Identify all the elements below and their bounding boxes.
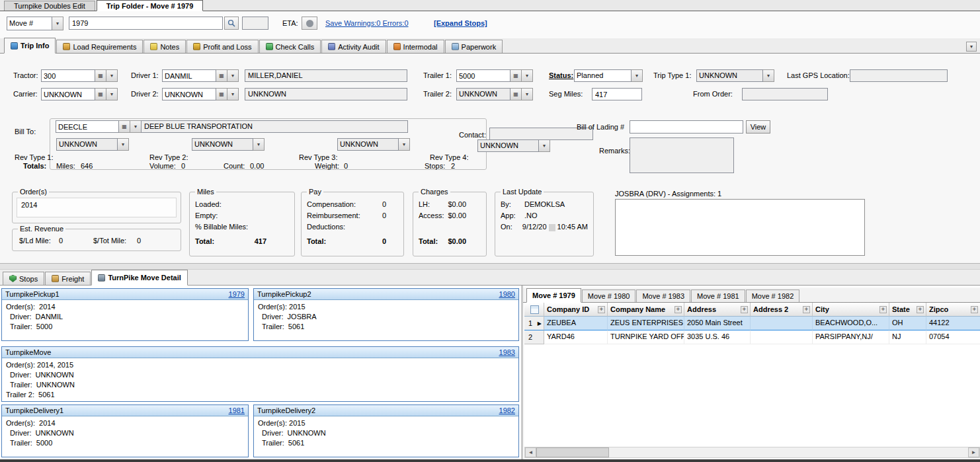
column-header-state[interactable]: State+ xyxy=(889,303,926,317)
rev-type4-combo[interactable]: UNKNOWN▾ xyxy=(477,139,550,152)
assignments-box[interactable] xyxy=(615,199,865,256)
trailer2-label: Trailer 2: xyxy=(423,90,452,98)
tab-profit-and-loss[interactable]: Profit and Loss xyxy=(186,40,258,53)
chevron-down-icon[interactable]: ▾ xyxy=(522,88,533,100)
orders-field[interactable]: 2014 xyxy=(17,198,177,217)
trailer1-input[interactable] xyxy=(456,69,510,82)
save-warnings-link[interactable]: Save Warnings:0 Errors:0 xyxy=(325,19,409,27)
reimbursement-label: Reimbursement: xyxy=(307,212,360,219)
move-link[interactable]: 1981 xyxy=(229,406,245,414)
eta-status-button[interactable] xyxy=(302,17,317,30)
scroll-right-icon[interactable]: ► xyxy=(968,447,979,457)
card-line: Trailer 2: 5061 xyxy=(6,390,514,400)
move-tab-1983[interactable]: Move # 1983 xyxy=(636,289,690,302)
tab-check-calls[interactable]: Check Calls xyxy=(259,40,321,53)
column-label: Address xyxy=(687,305,716,313)
tab-notes[interactable]: Notes xyxy=(143,40,186,53)
lookup-icon[interactable]: ▦ xyxy=(510,88,522,100)
move-link[interactable]: 1983 xyxy=(499,348,515,356)
column-header-city[interactable]: City+ xyxy=(813,303,889,317)
chevron-down-icon[interactable]: ▾ xyxy=(130,120,142,133)
table-row[interactable]: 2 YARD46 TURNPIKE YARD OFF... 3035 U.S. … xyxy=(524,330,980,344)
tab-overflow-button[interactable]: ▾ xyxy=(966,42,977,52)
move-tab-1980[interactable]: Move # 1980 xyxy=(582,289,636,302)
card-turnpike-move: TurnpikeMove1983 Order(s): 2014, 2015 Dr… xyxy=(1,346,519,402)
tab-paperwork[interactable]: Paperwork xyxy=(445,40,503,53)
scrollbar-thumb[interactable] xyxy=(536,447,609,457)
driver1-input[interactable] xyxy=(162,69,216,82)
column-pin-icon[interactable]: + xyxy=(971,306,978,313)
column-pin-icon[interactable]: + xyxy=(598,306,605,313)
chevron-down-icon[interactable]: ▾ xyxy=(106,69,118,82)
chevron-down-icon[interactable]: ▾ xyxy=(52,17,63,30)
lookup-icon[interactable]: ▦ xyxy=(216,69,227,82)
tab-freight[interactable]: Freight xyxy=(45,272,91,285)
move-link[interactable]: 1982 xyxy=(499,406,515,414)
column-header-zipcode[interactable]: Zipco+ xyxy=(926,303,980,317)
row-number: 1 xyxy=(528,319,532,327)
trip-folder-tab-bar: Trip Info Load Requirements Notes Profit… xyxy=(0,38,980,54)
chevron-down-icon[interactable]: ▾ xyxy=(227,88,239,100)
bill-to-input[interactable] xyxy=(56,120,119,133)
column-header-address2[interactable]: Address 2+ xyxy=(751,303,813,317)
lookup-icon[interactable]: ▦ xyxy=(95,88,106,100)
rev-type1-combo[interactable]: UNKNOWN▾ xyxy=(56,138,129,151)
move-tab-1979[interactable]: Move # 1979 xyxy=(526,288,581,303)
tab-stops[interactable]: Stops xyxy=(3,272,44,285)
expand-stops-link[interactable]: [Expand Stops] xyxy=(434,19,487,27)
tractor-input[interactable] xyxy=(41,69,95,82)
chevron-down-icon: ▾ xyxy=(118,138,129,151)
remarks-field[interactable] xyxy=(630,137,734,173)
column-header-company-name[interactable]: Company Name+ xyxy=(608,303,684,317)
ld-mile-label: $/Ld Mile: xyxy=(19,237,51,245)
status-combo[interactable]: Planned ▾ xyxy=(574,69,643,82)
column-pin-icon[interactable]: + xyxy=(674,306,682,313)
horizontal-scrollbar[interactable]: ◄ ► xyxy=(524,447,980,458)
move-type-combo[interactable]: Move # ▾ xyxy=(7,17,63,30)
chevron-down-icon[interactable]: ▾ xyxy=(227,69,239,82)
column-pin-icon[interactable]: + xyxy=(879,306,887,313)
column-pin-icon[interactable]: + xyxy=(741,306,748,313)
column-header-address[interactable]: Address+ xyxy=(684,303,751,317)
move-tab-1982[interactable]: Move # 1982 xyxy=(746,289,800,302)
trip-type1-combo[interactable]: UNKNOWN ▾ xyxy=(696,69,774,82)
lookup-icon[interactable]: ▦ xyxy=(95,69,106,82)
seg-miles-label: Seg Miles: xyxy=(549,90,583,98)
chevron-down-icon[interactable]: ▾ xyxy=(106,88,118,100)
window-tab-trip-folder[interactable]: Trip Folder - Move # 1979 xyxy=(97,0,203,11)
tab-load-requirements[interactable]: Load Requirements xyxy=(56,40,143,53)
select-all-header[interactable] xyxy=(524,303,544,317)
move-tab-1981[interactable]: Move # 1981 xyxy=(691,289,745,302)
cell-zipcode: 07054 xyxy=(926,330,980,344)
tab-turnpike-move-detail[interactable]: TurnPike Move Detail xyxy=(91,270,187,286)
chevron-down-icon[interactable]: ▾ xyxy=(522,69,533,82)
seg-miles-input[interactable] xyxy=(592,88,642,100)
tab-activity-audit[interactable]: Activity Audit xyxy=(321,40,386,53)
view-button[interactable]: View xyxy=(746,120,770,134)
column-pin-icon[interactable]: + xyxy=(917,306,924,313)
lookup-icon[interactable]: ▦ xyxy=(216,88,227,100)
search-button[interactable] xyxy=(224,17,239,30)
scroll-left-icon[interactable]: ◄ xyxy=(525,447,536,457)
tab-intermodal[interactable]: Intermodal xyxy=(387,40,444,53)
empty-label: Empty: xyxy=(195,212,218,219)
horizontal-splitter[interactable] xyxy=(0,263,980,270)
column-pin-icon[interactable]: + xyxy=(803,306,810,313)
chevron-down-icon[interactable]: ▾ xyxy=(632,69,643,82)
move-link[interactable]: 1980 xyxy=(499,290,515,298)
move-number-input[interactable] xyxy=(69,17,223,30)
carrier-input[interactable] xyxy=(41,88,95,100)
status-label[interactable]: Status: xyxy=(549,71,573,79)
move-link[interactable]: 1979 xyxy=(229,290,245,298)
driver2-input[interactable] xyxy=(162,88,216,100)
lookup-icon[interactable]: ▦ xyxy=(510,69,522,82)
tab-trip-info[interactable]: Trip Info xyxy=(4,38,56,54)
bill-of-lading-input[interactable] xyxy=(630,120,743,134)
rev-type2-combo[interactable]: UNKNOWN▾ xyxy=(192,138,265,151)
column-header-company-id[interactable]: Company ID+ xyxy=(544,303,608,317)
move-tab-bar: Move # 1979 Move # 1980 Move # 1983 Move… xyxy=(523,288,980,303)
lookup-icon[interactable]: ▦ xyxy=(119,120,130,133)
window-tab-turnpike-doubles-edit[interactable]: Turnpike Doubles Edit xyxy=(4,1,95,11)
table-row[interactable]: 1▶ ZEUBEA ZEUS ENTERPRISES 2050 Main Str… xyxy=(524,317,980,330)
rev-type3-combo[interactable]: UNKNOWN▾ xyxy=(337,138,410,151)
